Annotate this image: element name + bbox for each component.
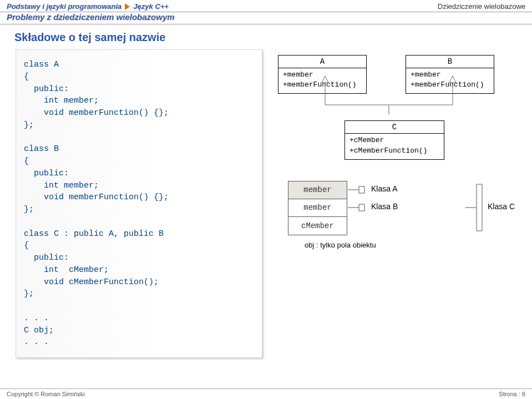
uml-a-method: +memberFunction() [283, 80, 362, 90]
object-grid: member member cMember [288, 181, 347, 235]
breadcrumb-bar: Podstawy i języki programowania Język C+… [0, 0, 532, 12]
section-title: Składowe o tej samej nazwie [0, 24, 532, 49]
breadcrumb-item-1: Podstawy i języki programowania [7, 2, 121, 11]
uml-c-method: +cMemberFunction() [349, 146, 439, 156]
object-caption: obj : tylko pola obiektu [305, 241, 376, 249]
object-layout-block: member member cMember Klasa A Klasa B Kl… [288, 181, 516, 235]
obj-cell-cmember: cMember [288, 217, 347, 235]
uml-parents-row: A +member +memberFunction() B +member +m… [278, 55, 516, 94]
diagram-pane: A +member +memberFunction() B +member +m… [272, 49, 516, 358]
uml-class-c: C +cMember +cMemberFunction() [344, 120, 444, 159]
footer-copyright: Copyright © Roman Simiński [7, 391, 85, 397]
uml-c-member: +cMember [349, 135, 439, 145]
footer-page: Strona : 8 [499, 391, 525, 397]
breadcrumb-item-2: Język C++ [133, 2, 169, 11]
uml-class-c-title: C [345, 121, 444, 134]
uml-class-b-body: +member +memberFunction() [406, 68, 494, 93]
label-klasa-b: Klasa B [371, 202, 398, 211]
arrow-icon [125, 3, 130, 10]
label-klasa-c: Klasa C [488, 202, 515, 211]
uml-a-member: +member [283, 70, 362, 80]
uml-class-a-body: +member +memberFunction() [278, 68, 366, 93]
content-area: class A { public: int member; void membe… [0, 49, 532, 358]
footer: Copyright © Roman Simiński Strona : 8 [0, 388, 532, 399]
uml-b-method: +memberFunction() [411, 80, 489, 90]
subheader-text: Problemy z dziedziczeniem wielobazowym [7, 12, 175, 22]
header-right-text: Dziedziczenie wielobazowe [438, 2, 525, 11]
uml-b-member: +member [411, 70, 489, 80]
obj-cell-member-b: member [288, 199, 347, 217]
obj-cell-member-a: member [288, 181, 347, 199]
uml-class-c-body: +cMember +cMemberFunction() [345, 134, 444, 159]
uml-class-b: B +member +memberFunction() [406, 55, 494, 94]
label-klasa-a: Klasa A [371, 184, 397, 193]
uml-class-a: A +member +memberFunction() [278, 55, 367, 94]
uml-child-row: C +cMember +cMemberFunction() [272, 120, 516, 159]
uml-class-b-title: B [406, 55, 494, 68]
uml-class-a-title: A [278, 55, 366, 68]
subheader: Problemy z dziedziczeniem wielobazowym [0, 12, 532, 24]
code-block: class A { public: int member; void membe… [16, 49, 262, 358]
